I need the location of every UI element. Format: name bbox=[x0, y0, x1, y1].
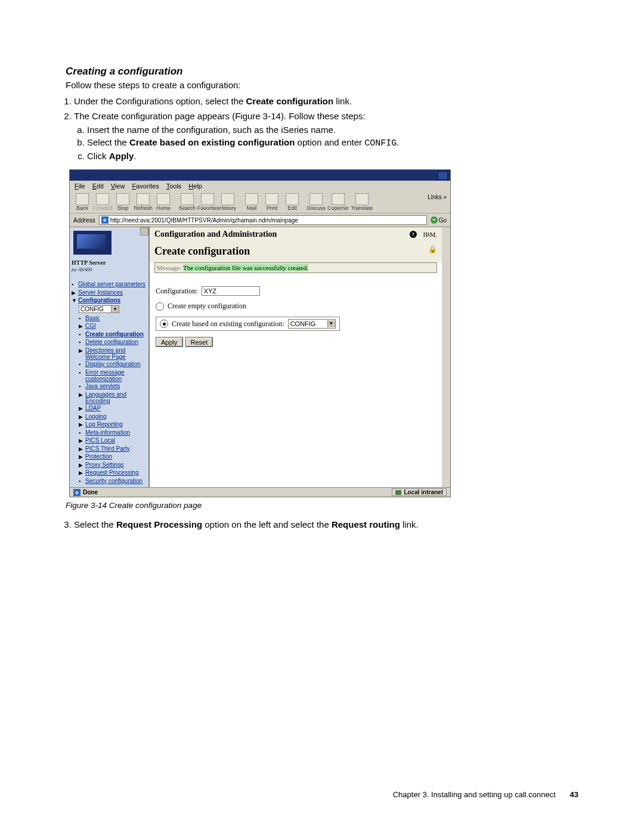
menu-edit[interactable]: Edit bbox=[92, 182, 104, 190]
config-input[interactable]: XYZ bbox=[202, 286, 260, 296]
nav-error-cust[interactable]: Error message customization bbox=[85, 369, 147, 382]
page-footer: Chapter 3. Installing and setting up cal… bbox=[393, 790, 578, 799]
section-heading: Creating a configuration bbox=[66, 66, 578, 78]
forward-label: Forward bbox=[92, 205, 112, 211]
nav-pics-third[interactable]: PICS Third Party bbox=[85, 445, 130, 452]
right-subtitle: Create configuration bbox=[154, 245, 250, 258]
nav-dirs-welcome[interactable]: Directories and Welcome Page bbox=[85, 347, 147, 360]
step2c-post: . bbox=[134, 151, 136, 161]
ie-page-icon: e bbox=[101, 216, 109, 224]
ibm-text: IBM. bbox=[423, 231, 437, 238]
status-done: Done bbox=[83, 489, 98, 496]
mail-button[interactable]: Mail bbox=[242, 193, 262, 211]
nav-configurations[interactable]: Configurations bbox=[78, 297, 120, 304]
based-select-value: CONFIG bbox=[290, 320, 316, 327]
nav-security-config[interactable]: Security configuration bbox=[85, 478, 143, 484]
menu-view[interactable]: View bbox=[111, 182, 125, 190]
nav-cgi[interactable]: CGI bbox=[85, 323, 96, 329]
nav-meta-info[interactable]: Meta-information bbox=[85, 429, 130, 436]
step-2b: Select the Create based on existing conf… bbox=[87, 137, 578, 148]
ie-menubar: File Edit View Favorites Tools Help bbox=[70, 181, 450, 191]
history-button[interactable]: History bbox=[218, 193, 238, 211]
nav-proxy-settings[interactable]: Proxy Settings bbox=[85, 462, 123, 468]
step3-pre: Select the bbox=[74, 519, 116, 529]
nav-pics-local[interactable]: PICS Local bbox=[85, 437, 115, 444]
step-2c: Click Apply. bbox=[87, 151, 578, 161]
search-button[interactable]: Search bbox=[177, 193, 197, 211]
reset-button[interactable]: Reset bbox=[185, 337, 213, 347]
translate-button[interactable]: Translate bbox=[350, 193, 374, 211]
nav-log-reporting[interactable]: Log Reporting bbox=[85, 421, 123, 428]
apply-button[interactable]: Apply bbox=[156, 337, 183, 347]
radio-dot-icon bbox=[163, 323, 166, 326]
step1-pre: Under the Configurations option, select … bbox=[74, 96, 246, 106]
step1-post: link. bbox=[333, 96, 352, 106]
go-button[interactable]: ➜ Go bbox=[431, 216, 447, 224]
step3-post: link. bbox=[400, 519, 419, 529]
home-button[interactable]: Home bbox=[153, 193, 174, 211]
menu-help[interactable]: Help bbox=[188, 182, 202, 190]
menu-favorites[interactable]: Favorites bbox=[132, 182, 159, 190]
step-3: Select the Request Processing option on … bbox=[74, 519, 578, 529]
nav-global-params[interactable]: Global server parameters bbox=[78, 281, 145, 287]
product-name: HTTP Server for AS/400 bbox=[72, 259, 147, 272]
nav-lang-encoding[interactable]: Languages and Encoding bbox=[85, 391, 147, 404]
home-icon bbox=[157, 193, 170, 205]
step2b-bold: Create based on existing configuration bbox=[129, 137, 295, 147]
copernic-button[interactable]: Copernic bbox=[326, 193, 350, 211]
radio-based[interactable] bbox=[160, 320, 168, 328]
address-value: http://need:ava:2001/QIBM/HTTPSVR/Admin/… bbox=[110, 217, 298, 224]
go-label: Go bbox=[439, 217, 447, 224]
edit-button[interactable]: Edit bbox=[282, 193, 302, 211]
nav-delete-config[interactable]: Delete configuration bbox=[85, 339, 138, 345]
nav-request-processing[interactable]: Request Processing bbox=[85, 469, 139, 476]
step2c-pre: Click bbox=[87, 151, 109, 161]
back-button[interactable]: Back bbox=[72, 193, 92, 211]
step-2a: Insert the name of the configuration, su… bbox=[87, 125, 578, 135]
history-icon bbox=[221, 193, 234, 205]
stop-button[interactable]: Stop bbox=[113, 193, 133, 211]
based-select[interactable]: CONFIG▾ bbox=[288, 319, 336, 329]
search-label: Search bbox=[179, 205, 196, 211]
config-select[interactable]: CONFIG▾ bbox=[79, 305, 119, 313]
menu-tools[interactable]: Tools bbox=[166, 182, 182, 190]
copernic-label: Copernic bbox=[327, 205, 349, 211]
nav-protection[interactable]: Protection bbox=[85, 453, 112, 460]
window-control-icon[interactable] bbox=[438, 171, 448, 180]
translate-icon bbox=[355, 193, 369, 205]
nav-ldap[interactable]: LDAP bbox=[85, 405, 101, 411]
go-icon: ➜ bbox=[431, 216, 438, 224]
step3-mid: option on the left and select the bbox=[202, 519, 332, 529]
menu-file[interactable]: File bbox=[75, 182, 85, 190]
product-title: HTTP Server bbox=[72, 259, 106, 266]
http-server-logo-icon bbox=[73, 231, 112, 255]
discuss-label: Discuss bbox=[306, 205, 326, 211]
links-toolbar[interactable]: Links » bbox=[428, 194, 447, 200]
nav-java-servlets[interactable]: Java servlets bbox=[85, 383, 120, 389]
print-button[interactable]: Print bbox=[262, 193, 282, 211]
step3-bold1: Request Processing bbox=[116, 519, 202, 529]
favorites-button[interactable]: Favorites bbox=[197, 193, 218, 211]
radio-empty[interactable] bbox=[156, 302, 164, 311]
favorites-icon bbox=[201, 193, 214, 205]
nav-logging[interactable]: Logging bbox=[85, 413, 107, 420]
scrollbar-up-icon[interactable] bbox=[140, 227, 148, 236]
discuss-button[interactable]: Discuss bbox=[306, 193, 326, 211]
config-select-value: CONFIG bbox=[80, 306, 104, 312]
step2b-post: . bbox=[397, 137, 399, 147]
home-label: Home bbox=[156, 205, 171, 211]
nav-display-config[interactable]: Display configuration bbox=[85, 361, 141, 367]
nav-server-instances[interactable]: Server Instances bbox=[78, 289, 123, 296]
help-icon[interactable]: ? bbox=[410, 231, 417, 238]
address-input[interactable]: e http://need:ava:2001/QIBM/HTTPSVR/Admi… bbox=[99, 215, 427, 225]
discuss-icon bbox=[309, 193, 323, 205]
opt-based-label: Create based on existing configuration: bbox=[172, 320, 284, 329]
refresh-button[interactable]: Refresh bbox=[133, 193, 153, 211]
intro-text: Follow these steps to create a configura… bbox=[66, 80, 578, 90]
refresh-label: Refresh bbox=[134, 205, 153, 211]
zone-text: Local intranet bbox=[404, 489, 443, 496]
form-area: Configuration: XYZ Create empty configur… bbox=[150, 273, 442, 360]
nav-create-config[interactable]: Create configuration bbox=[85, 331, 144, 337]
nav-basic[interactable]: Basic bbox=[85, 315, 100, 321]
left-nav-pane: HTTP Server for AS/400 ▪Global server pa… bbox=[70, 227, 150, 487]
